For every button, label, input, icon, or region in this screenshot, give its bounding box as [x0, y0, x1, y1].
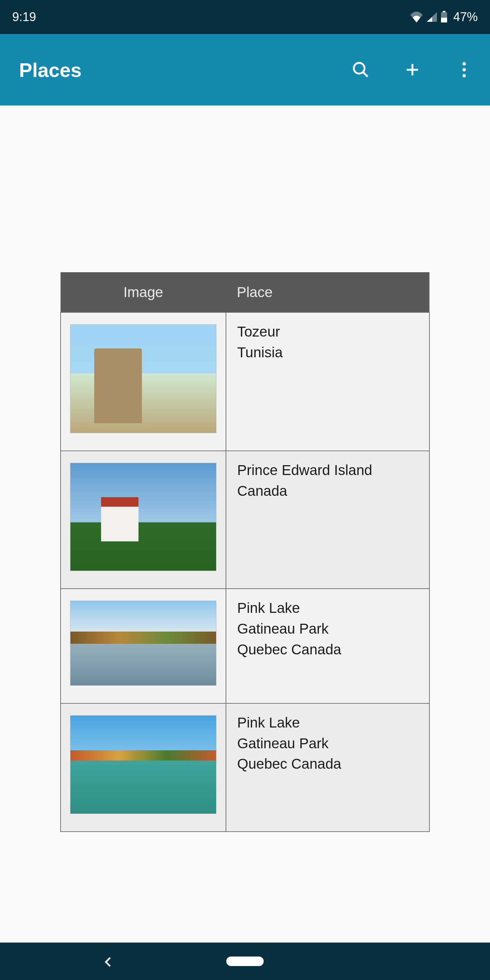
svg-point-3: [354, 63, 365, 74]
image-cell: [60, 589, 226, 703]
places-table: Image Place TozeurTunisiaPrince Edward I…: [60, 272, 430, 832]
svg-point-9: [463, 74, 466, 78]
svg-point-8: [463, 68, 466, 72]
signal-icon: [426, 11, 438, 22]
status-icons: 47%: [410, 10, 478, 24]
place-line: Quebec Canada: [237, 754, 418, 775]
place-thumbnail: [70, 715, 216, 814]
place-line: Quebec Canada: [237, 640, 418, 660]
plus-icon: [404, 61, 421, 78]
home-indicator[interactable]: [226, 956, 264, 966]
image-cell: [60, 703, 226, 832]
place-line: Gatineau Park: [237, 733, 418, 754]
image-cell: [60, 312, 226, 451]
table-row[interactable]: Pink LakeGatineau ParkQuebec Canada: [60, 703, 430, 832]
place-cell: Pink LakeGatineau ParkQuebec Canada: [226, 589, 430, 703]
app-bar: Places: [0, 34, 490, 105]
wifi-icon: [410, 11, 423, 22]
place-line: Tunisia: [237, 342, 418, 363]
search-button[interactable]: [351, 60, 370, 79]
table-row[interactable]: Pink LakeGatineau ParkQuebec Canada: [60, 589, 430, 703]
status-bar: 9:19 47%: [0, 0, 490, 34]
svg-point-7: [463, 62, 466, 66]
table-header-image: Image: [60, 272, 226, 312]
page-title: Places: [19, 59, 351, 81]
svg-rect-2: [441, 18, 447, 22]
place-cell: Prince Edward IslandCanada: [226, 451, 430, 589]
table-row[interactable]: TozeurTunisia: [60, 312, 430, 451]
add-button[interactable]: [403, 60, 422, 79]
place-thumbnail: [70, 324, 216, 433]
place-line: Gatineau Park: [237, 619, 418, 640]
place-line: Pink Lake: [237, 598, 418, 619]
table-row[interactable]: Prince Edward IslandCanada: [60, 451, 430, 589]
place-line: Canada: [237, 481, 418, 501]
image-cell: [60, 451, 226, 589]
place-line: Prince Edward Island: [237, 460, 418, 481]
overflow-menu-button[interactable]: [455, 60, 474, 79]
place-cell: Pink LakeGatineau ParkQuebec Canada: [226, 703, 430, 832]
place-line: Tozeur: [237, 321, 418, 342]
place-thumbnail: [70, 601, 216, 686]
place-thumbnail: [70, 463, 216, 571]
place-line: Pink Lake: [237, 713, 418, 733]
place-cell: TozeurTunisia: [226, 312, 430, 451]
content-area: Image Place TozeurTunisiaPrince Edward I…: [0, 105, 490, 943]
svg-line-4: [363, 72, 368, 77]
svg-rect-0: [443, 11, 445, 12]
chevron-left-icon: [102, 956, 115, 969]
more-vertical-icon: [462, 61, 466, 78]
back-button[interactable]: [102, 956, 115, 969]
table-header-place: Place: [226, 272, 430, 312]
table-header-row: Image Place: [60, 272, 430, 312]
battery-icon: [440, 11, 448, 23]
navigation-bar: [0, 943, 490, 980]
status-time: 9:19: [12, 10, 410, 24]
search-icon: [352, 60, 370, 79]
battery-text: 47%: [453, 10, 478, 24]
